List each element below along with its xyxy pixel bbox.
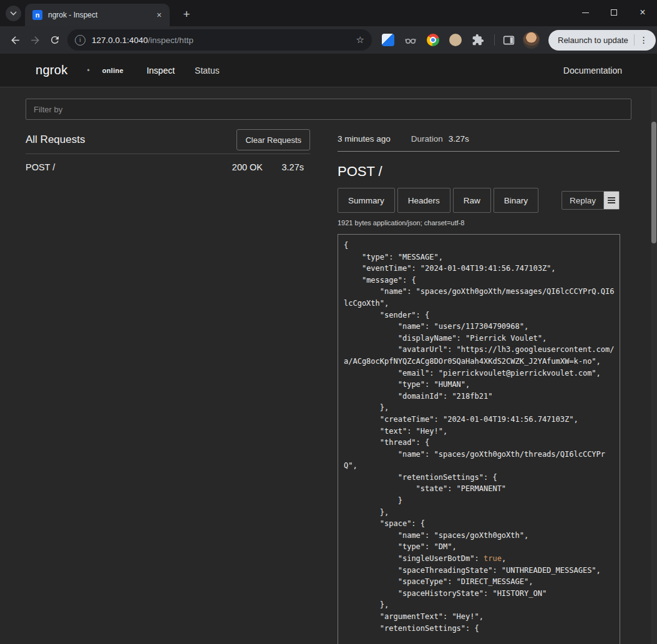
request-row[interactable]: POST / 200 OK 3.27s: [26, 154, 310, 180]
extensions-row: [382, 34, 484, 46]
browser-tab[interactable]: n ngrok - Inspect ×: [25, 4, 170, 26]
chevron-down-icon: [10, 11, 17, 16]
page-info-icon[interactable]: i: [75, 35, 85, 46]
request-body-json: { "type": "MESSAGE", "eventTime": "2024-…: [338, 234, 620, 644]
clear-requests-button[interactable]: Clear Requests: [236, 129, 310, 150]
kebab-menu-icon[interactable]: ⋮: [634, 34, 652, 46]
requests-panel: All Requests Clear Requests POST / 200 O…: [26, 126, 310, 180]
scrollbar-thumb[interactable]: [651, 122, 656, 243]
extension-blue-icon[interactable]: [382, 34, 394, 46]
tab-strip: n ngrok - Inspect × + ×: [0, 0, 657, 26]
reload-icon: [49, 34, 61, 46]
requests-title: All Requests: [26, 134, 85, 146]
extension-circle-icon[interactable]: [449, 34, 462, 46]
close-window-button[interactable]: ×: [628, 0, 657, 25]
duration-label: Duration: [411, 134, 443, 144]
filter-input[interactable]: [26, 99, 631, 120]
forward-arrow-icon: [29, 34, 41, 46]
request-duration: 3.27s: [276, 162, 304, 172]
maximize-button[interactable]: [600, 0, 628, 25]
request-detail-panel: 3 minutes ago Duration 3.27s POST / Summ…: [338, 126, 620, 644]
bookmark-star-icon[interactable]: ☆: [356, 34, 364, 46]
minimize-icon: [582, 12, 589, 13]
hamburger-icon: [608, 197, 615, 198]
request-method-path: POST /: [26, 162, 232, 172]
address-bar[interactable]: i 127.0.0.1:4040/inspect/http ☆: [67, 29, 372, 51]
back-button[interactable]: [5, 30, 25, 50]
tab-raw[interactable]: Raw: [453, 188, 491, 213]
ngrok-header: ngrok • online Inspect Status Documentat…: [0, 54, 657, 87]
duration-value: 3.27s: [449, 134, 469, 144]
requests-panel-header: All Requests Clear Requests: [26, 126, 310, 154]
tab-summary[interactable]: Summary: [338, 188, 395, 213]
reload-button[interactable]: [45, 30, 65, 50]
side-panel-icon: [502, 34, 515, 47]
minimize-button[interactable]: [571, 0, 600, 25]
status-dot-icon: •: [87, 66, 90, 75]
nav-documentation[interactable]: Documentation: [563, 66, 622, 76]
ngrok-favicon-icon: n: [32, 10, 42, 20]
nav-status[interactable]: Status: [195, 66, 220, 76]
request-time-ago: 3 minutes ago: [338, 134, 391, 144]
relaunch-label: Relaunch to update: [558, 36, 628, 45]
toolbar-divider: [494, 34, 495, 46]
detail-tabs: Summary Headers Raw Binary Replay: [338, 188, 620, 213]
forward-button[interactable]: [25, 30, 45, 50]
relaunch-button[interactable]: Relaunch to update ⋮: [548, 30, 656, 51]
profile-avatar[interactable]: [523, 32, 540, 49]
extension-glasses-icon[interactable]: [404, 34, 417, 46]
extension-chrome-icon[interactable]: [427, 34, 439, 46]
ngrok-logo[interactable]: ngrok: [36, 63, 68, 77]
body-meta: 1921 bytes application/json; charset=utf…: [338, 219, 620, 227]
tab-headers[interactable]: Headers: [397, 188, 450, 213]
close-icon: ×: [640, 7, 645, 17]
url-text: 127.0.0.1:4040/inspect/http: [92, 36, 356, 45]
tab-binary[interactable]: Binary: [494, 188, 538, 213]
tab-search-button[interactable]: [6, 6, 21, 21]
browser-chrome: n ngrok - Inspect × + × i 127.0.0.1:4040…: [0, 0, 657, 54]
back-arrow-icon: [9, 34, 21, 46]
detail-meta-row: 3 minutes ago Duration 3.27s: [338, 126, 620, 152]
replay-options-button[interactable]: [604, 191, 620, 210]
columns: All Requests Clear Requests POST / 200 O…: [26, 126, 631, 644]
tunnel-status: online: [102, 67, 124, 74]
replay-button[interactable]: Replay: [562, 191, 604, 210]
ngrok-page: ngrok • online Inspect Status Documentat…: [0, 54, 657, 644]
extensions-puzzle-icon[interactable]: [472, 34, 484, 46]
nav-inspect[interactable]: Inspect: [147, 66, 175, 76]
tab-close-icon[interactable]: ×: [153, 9, 165, 21]
detail-title: POST /: [338, 163, 620, 180]
request-status: 200 OK: [232, 162, 263, 172]
side-panel-button[interactable]: [502, 34, 515, 47]
tab-title: ngrok - Inspect: [48, 11, 153, 19]
replay-group: Replay: [562, 191, 620, 210]
window-controls: ×: [571, 0, 657, 25]
maximize-icon: [611, 9, 617, 16]
url-path: /inspect/http: [148, 36, 193, 45]
new-tab-button[interactable]: +: [178, 6, 195, 22]
browser-toolbar: i 127.0.0.1:4040/inspect/http ☆ Relaunch…: [0, 26, 657, 54]
url-host: 127.0.0.1:4040: [92, 36, 148, 45]
page-content: All Requests Clear Requests POST / 200 O…: [0, 87, 657, 644]
